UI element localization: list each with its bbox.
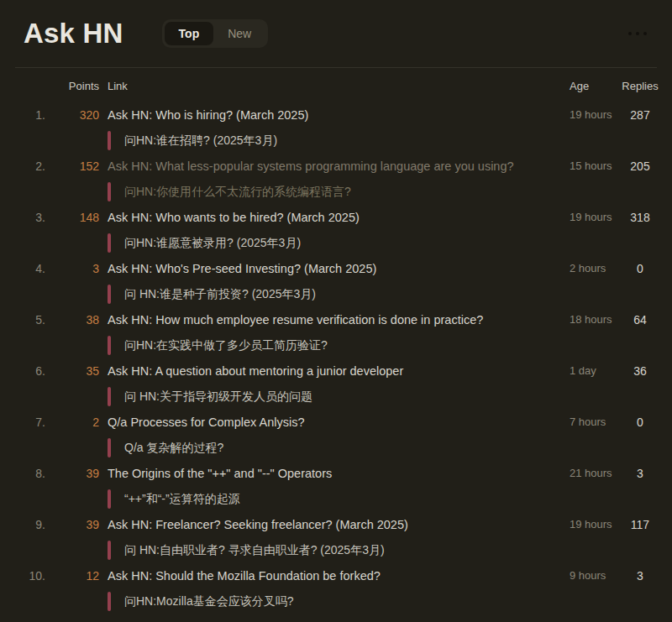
story-translation-text: 问HN:在实践中做了多少员工简历验证? <box>124 336 328 355</box>
story-title-link[interactable]: Ask HN: Freelancer? Seeking freelancer? … <box>108 516 561 533</box>
story-replies: 0 <box>622 414 659 431</box>
translation-accent-bar <box>108 438 111 457</box>
page-title: Ask HN <box>24 18 123 50</box>
story-replies: 64 <box>622 311 659 328</box>
story-age: 18 hours <box>570 311 613 328</box>
story-replies: 3 <box>622 465 659 482</box>
story-row[interactable]: 4. 3 Ask HN: Who's Pre-seed Investing? (… <box>0 260 672 304</box>
story-age: 19 hours <box>570 107 613 123</box>
story-replies: 3 <box>622 567 659 584</box>
story-translation-text: 问HN:Mozilla基金会应该分叉吗? <box>124 592 293 611</box>
story-translation: 问 HN:谁是种子前投资? (2025年3月) <box>108 285 561 304</box>
story-list: 1. 320 Ask HN: Who is hiring? (March 202… <box>0 107 672 611</box>
translation-accent-bar <box>108 285 111 304</box>
story-age: 1 day <box>570 363 613 379</box>
translation-accent-bar <box>108 131 111 150</box>
translation-accent-bar <box>108 387 111 406</box>
story-translation-text: 问HN:谁愿意被录用? (2025年3月) <box>124 233 301 253</box>
story-rank: 6. <box>24 363 45 379</box>
story-replies: 287 <box>622 107 659 123</box>
column-header-points: Points <box>54 79 99 94</box>
story-rank: 10. <box>24 567 45 584</box>
story-link-cell: Ask HN: What less-popular systems progra… <box>108 158 561 201</box>
story-translation-text: 问HN:你使用什么不太流行的系统编程语言? <box>124 182 351 201</box>
story-translation: 问HN:Mozilla基金会应该分叉吗? <box>108 592 561 611</box>
story-translation: “++”和“-”运算符的起源 <box>108 489 561 509</box>
story-title-link[interactable]: Ask HN: Should the Mozilla Foundation be… <box>108 567 561 584</box>
translation-accent-bar <box>108 182 111 201</box>
story-link-cell: Ask HN: Who is hiring? (March 2025) 问HN:… <box>108 107 561 150</box>
story-link-cell: Ask HN: Who's Pre-seed Investing? (March… <box>108 260 561 304</box>
story-replies: 318 <box>622 209 659 226</box>
translation-accent-bar <box>108 541 111 560</box>
story-points: 152 <box>54 158 99 175</box>
story-rank: 8. <box>24 465 45 482</box>
story-translation: 问HN:谁愿意被录用? (2025年3月) <box>108 233 561 253</box>
story-link-cell: Ask HN: How much employee resume verific… <box>108 311 561 355</box>
story-rank: 7. <box>24 414 45 431</box>
story-points: 39 <box>54 465 99 482</box>
story-translation-text: “++”和“-”运算符的起源 <box>124 489 240 509</box>
story-row[interactable]: 10. 12 Ask HN: Should the Mozilla Founda… <box>0 567 672 611</box>
story-translation-text: 问 HN:谁是种子前投资? (2025年3月) <box>124 285 316 304</box>
story-title-link[interactable]: Ask HN: Who wants to be hired? (March 20… <box>108 209 561 226</box>
story-translation-text: 问 HN:关于指导初级开发人员的问题 <box>124 387 312 406</box>
story-points: 39 <box>54 516 99 533</box>
story-points: 12 <box>54 567 99 584</box>
story-translation-text: Q/a 复杂解的过程? <box>124 438 223 457</box>
translation-accent-bar <box>108 336 111 355</box>
story-title-link[interactable]: Ask HN: Who is hiring? (March 2025) <box>108 107 561 123</box>
overflow-menu-button[interactable] <box>627 29 648 39</box>
story-replies: 117 <box>622 516 659 533</box>
story-points: 320 <box>54 107 99 123</box>
translation-accent-bar <box>108 233 111 253</box>
story-rank: 4. <box>24 260 45 277</box>
story-replies: 205 <box>622 158 659 175</box>
story-row[interactable]: 2. 152 Ask HN: What less-popular systems… <box>0 158 672 201</box>
story-points: 3 <box>54 260 99 277</box>
column-header-age: Age <box>570 79 613 94</box>
story-rank: 9. <box>24 516 45 533</box>
tab-bar: Top New <box>162 19 269 48</box>
story-title-link[interactable]: The Origins of the "++" and "--" Operato… <box>108 465 561 482</box>
story-link-cell: Q/a Processes for Complex Anlysis? Q/a 复… <box>108 414 561 457</box>
story-age: 21 hours <box>570 465 613 482</box>
story-title-link[interactable]: Ask HN: How much employee resume verific… <box>108 311 561 328</box>
story-row[interactable]: 9. 39 Ask HN: Freelancer? Seeking freela… <box>0 516 672 560</box>
story-link-cell: Ask HN: Who wants to be hired? (March 20… <box>108 209 561 253</box>
story-rank: 2. <box>24 158 45 175</box>
story-age: 19 hours <box>570 516 613 533</box>
story-row[interactable]: 7. 2 Q/a Processes for Complex Anlysis? … <box>0 414 672 457</box>
tab-top[interactable]: Top <box>165 22 214 45</box>
story-title-link[interactable]: Ask HN: A question about mentoring a jun… <box>108 363 561 379</box>
story-row[interactable]: 1. 320 Ask HN: Who is hiring? (March 202… <box>0 107 672 150</box>
story-age: 2 hours <box>570 260 613 277</box>
story-rank: 3. <box>24 209 45 226</box>
story-row[interactable]: 8. 39 The Origins of the "++" and "--" O… <box>0 465 672 509</box>
story-title-link[interactable]: Ask HN: What less-popular systems progra… <box>108 158 561 175</box>
story-row[interactable]: 3. 148 Ask HN: Who wants to be hired? (M… <box>0 209 672 253</box>
story-translation-text: 问HN:谁在招聘? (2025年3月) <box>124 131 277 150</box>
story-replies: 36 <box>622 363 659 379</box>
story-translation-text: 问 HN:自由职业者? 寻求自由职业者? (2025年3月) <box>124 541 385 560</box>
ellipsis-icon <box>628 32 647 35</box>
story-translation: 问HN:谁在招聘? (2025年3月) <box>108 131 561 150</box>
story-age: 7 hours <box>570 414 613 431</box>
story-link-cell: Ask HN: Freelancer? Seeking freelancer? … <box>108 516 561 560</box>
story-title-link[interactable]: Ask HN: Who's Pre-seed Investing? (March… <box>108 260 561 277</box>
story-age: 19 hours <box>570 209 613 226</box>
story-title-link[interactable]: Q/a Processes for Complex Anlysis? <box>108 414 561 431</box>
story-points: 35 <box>54 363 99 379</box>
story-row[interactable]: 6. 35 Ask HN: A question about mentoring… <box>0 363 672 406</box>
story-link-cell: Ask HN: Should the Mozilla Foundation be… <box>108 567 561 611</box>
story-translation: 问HN:在实践中做了多少员工简历验证? <box>108 336 561 355</box>
tab-new[interactable]: New <box>213 22 265 45</box>
story-row[interactable]: 5. 38 Ask HN: How much employee resume v… <box>0 311 672 355</box>
story-replies: 0 <box>622 260 659 277</box>
translation-accent-bar <box>108 592 111 611</box>
story-rank: 1. <box>24 107 45 123</box>
story-age: 15 hours <box>570 158 613 175</box>
story-rank: 5. <box>24 311 45 328</box>
column-header-replies: Replies <box>622 79 659 94</box>
story-age: 9 hours <box>570 567 613 584</box>
